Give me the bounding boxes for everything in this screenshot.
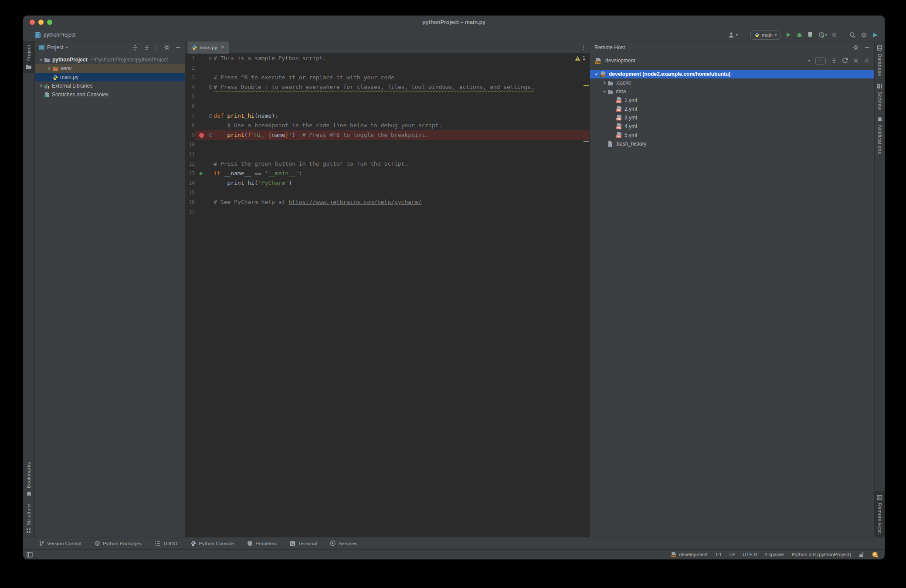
code-line-11[interactable]: 11 bbox=[186, 150, 590, 159]
run-configuration-select[interactable]: main ▾ bbox=[750, 31, 780, 40]
code-line-15[interactable]: 15 bbox=[186, 188, 590, 197]
gutter-icon-area[interactable] bbox=[195, 63, 208, 73]
code-line-16[interactable]: 16# See PyCharm help at https://www.jetb… bbox=[186, 197, 590, 207]
expand-all-icon[interactable] bbox=[132, 45, 138, 51]
search-everywhere-icon[interactable] bbox=[849, 32, 856, 38]
fold-marker-icon[interactable] bbox=[209, 57, 212, 60]
tool-window-button-todo[interactable]: TODO bbox=[155, 541, 177, 546]
code-line-14[interactable]: 14 print_hi('PyCharm') bbox=[186, 178, 590, 188]
line-number[interactable]: 13 bbox=[186, 169, 195, 178]
tree-row[interactable]: YML5.yml bbox=[590, 131, 874, 139]
code-line-2[interactable]: 2 bbox=[186, 63, 590, 73]
zoom-window-button[interactable] bbox=[47, 20, 52, 25]
line-number[interactable]: 17 bbox=[186, 207, 195, 217]
title-bar[interactable]: pythonProject – main.py bbox=[23, 16, 885, 29]
gutter-icon-area[interactable] bbox=[195, 102, 208, 111]
line-number[interactable]: 2 bbox=[186, 63, 195, 73]
gutter-icon-area[interactable] bbox=[195, 140, 208, 150]
toolbox-updates-icon[interactable] bbox=[872, 32, 879, 38]
gutter-icon-area[interactable] bbox=[195, 207, 208, 217]
gutter-icon-area[interactable] bbox=[195, 130, 208, 140]
gutter-icon-area[interactable] bbox=[195, 197, 208, 207]
status-interpreter[interactable]: Python 3.8 (pythonProject) bbox=[792, 552, 851, 557]
status-remote-host[interactable]: SFTP development bbox=[670, 552, 708, 557]
close-icon[interactable] bbox=[853, 58, 858, 63]
run-button[interactable] bbox=[785, 32, 791, 38]
refresh-icon[interactable] bbox=[842, 58, 848, 64]
line-number[interactable]: 16 bbox=[186, 197, 195, 207]
gutter-icon-area[interactable] bbox=[195, 178, 208, 188]
tree-row[interactable]: main.py bbox=[35, 73, 185, 82]
tree-row[interactable]: YML4.yml bbox=[590, 122, 874, 131]
tool-window-button-bookmarks[interactable]: Bookmarks bbox=[23, 459, 34, 500]
project-panel-title[interactable]: Project bbox=[47, 44, 63, 51]
line-number[interactable]: 11 bbox=[186, 150, 195, 159]
breakpoint-icon[interactable] bbox=[199, 133, 204, 138]
tree-row[interactable]: Scratches and Consoles bbox=[35, 90, 185, 99]
tree-row[interactable]: YML2.yml bbox=[590, 105, 874, 113]
tool-window-button-terminal[interactable]: Terminal bbox=[290, 541, 317, 546]
fold-marker-icon[interactable] bbox=[209, 133, 212, 137]
tool-window-button-python-console[interactable]: Python Console bbox=[190, 540, 234, 546]
collapse-all-icon[interactable] bbox=[144, 45, 149, 51]
chevron-right-icon[interactable] bbox=[601, 81, 607, 85]
tree-row[interactable]: YML3.yml bbox=[590, 113, 874, 122]
chevron-right-icon[interactable] bbox=[46, 66, 52, 71]
status-line-separator[interactable]: LF bbox=[730, 552, 735, 557]
gutter-icon-area[interactable] bbox=[195, 169, 208, 178]
status-indent[interactable]: 4 spaces bbox=[764, 552, 784, 557]
tool-window-button-remote-host[interactable]: Remote Host bbox=[875, 491, 885, 537]
remote-server-name[interactable]: development bbox=[605, 58, 635, 64]
collapse-all-icon[interactable] bbox=[831, 58, 837, 64]
status-encoding[interactable]: UTF-8 bbox=[743, 552, 757, 557]
tool-window-button-python-packages[interactable]: Python Packages bbox=[95, 540, 142, 546]
tool-window-button-structure[interactable]: Structure bbox=[23, 500, 34, 537]
fold-column[interactable] bbox=[208, 54, 214, 63]
project-options-gear-icon[interactable] bbox=[164, 44, 170, 51]
editor-options-kebab-icon[interactable]: ⋮ bbox=[580, 44, 586, 51]
tool-window-button-sciview[interactable]: SciView bbox=[875, 80, 885, 114]
gutter-icon-area[interactable] bbox=[195, 121, 208, 130]
code-line-4[interactable]: 4# Press Double ⇧ to search everywhere f… bbox=[186, 82, 590, 92]
tool-window-button-project[interactable]: Project bbox=[23, 41, 34, 73]
tool-window-button-database[interactable]: Database bbox=[875, 41, 885, 80]
line-number[interactable]: 7 bbox=[186, 111, 195, 121]
chevron-down-icon[interactable]: ▾ bbox=[808, 58, 810, 63]
tool-window-button-version-control[interactable]: Version Control bbox=[39, 540, 81, 546]
tool-window-button-problems[interactable]: Problems bbox=[247, 540, 277, 546]
line-number[interactable]: 12 bbox=[186, 159, 195, 169]
chevron-down-icon[interactable] bbox=[601, 89, 607, 94]
gutter-icon-area[interactable] bbox=[195, 159, 208, 169]
settings-gear-icon[interactable] bbox=[861, 32, 867, 38]
tree-row[interactable]: SFTPdevelopment (node2.example.com/home/… bbox=[590, 70, 874, 78]
tree-row[interactable]: venv bbox=[35, 64, 185, 73]
tree-row[interactable]: pythonProject~/PycharmProjects/pythonPro… bbox=[35, 55, 185, 64]
line-number[interactable]: 8 bbox=[186, 121, 195, 130]
code-line-1[interactable]: 1# This is a sample Python script. bbox=[186, 54, 590, 63]
gutter-icon-area[interactable] bbox=[195, 188, 208, 197]
editor-tab-main-py[interactable]: main.py ✕ bbox=[188, 41, 229, 54]
line-number[interactable]: 6 bbox=[186, 102, 195, 111]
chevron-down-icon[interactable]: ▾ bbox=[66, 45, 68, 50]
gutter-icon-area[interactable] bbox=[195, 150, 208, 159]
gutter-icon-area[interactable] bbox=[195, 92, 208, 102]
fold-column[interactable] bbox=[208, 82, 214, 92]
line-number[interactable]: 10 bbox=[186, 140, 195, 150]
gutter-icon-area[interactable] bbox=[195, 73, 208, 82]
line-number[interactable]: 3 bbox=[186, 73, 195, 82]
chevron-right-icon[interactable] bbox=[38, 84, 44, 88]
gutter-icon-area[interactable] bbox=[195, 111, 208, 121]
line-number[interactable]: 9 bbox=[186, 130, 195, 140]
line-number[interactable]: 14 bbox=[186, 178, 195, 188]
tool-window-button-services[interactable]: Services bbox=[330, 540, 357, 546]
run-with-coverage-button[interactable] bbox=[808, 32, 814, 38]
code-line-5[interactable]: 5 bbox=[186, 92, 590, 102]
update-notification-icon[interactable] bbox=[872, 551, 879, 558]
tree-row[interactable]: .cache bbox=[590, 78, 874, 87]
line-number[interactable]: 15 bbox=[186, 188, 195, 197]
code-line-9[interactable]: 9 print(f'Hi, {name}') # Press ⌘F8 to to… bbox=[186, 130, 590, 140]
chevron-down-icon[interactable] bbox=[593, 72, 599, 76]
gutter-icon-area[interactable] bbox=[195, 54, 208, 63]
browse-remote-hosts-button[interactable]: … bbox=[815, 57, 826, 65]
code-line-3[interactable]: 3# Press ^R to execute it or replace it … bbox=[186, 73, 590, 82]
